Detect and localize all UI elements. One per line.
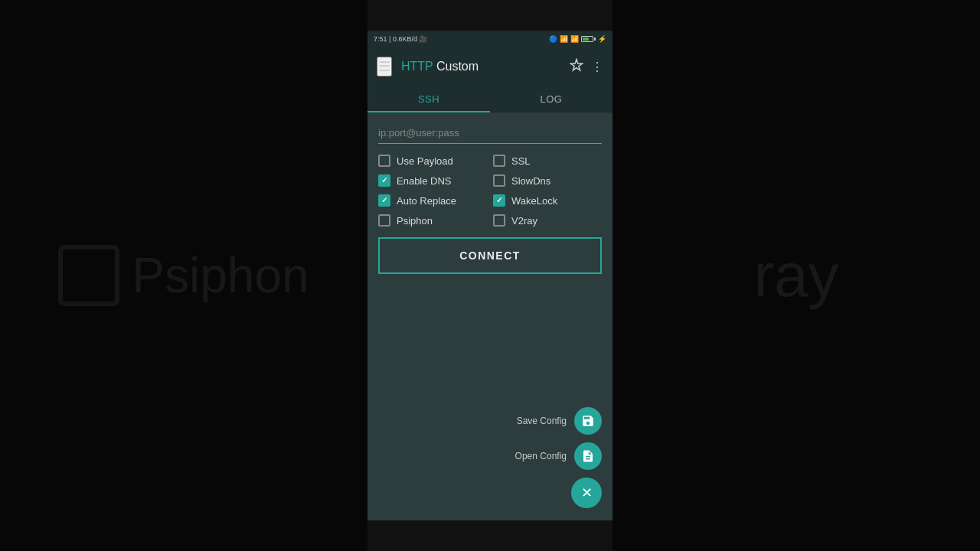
star-icon[interactable] (570, 58, 583, 75)
save-config-button[interactable] (574, 407, 602, 435)
checkbox-auto-replace-label: Auto Replace (397, 195, 456, 207)
status-speed: 0.6KB/d (393, 35, 417, 43)
phone-frame: 7:51 | 0.6KB/d 🎥 🔵 📶 📶 ⚡ ☰ HTTP Custom (368, 31, 612, 520)
checkbox-wakelock[interactable]: ✓ WakeLock (493, 194, 602, 207)
checkbox-enable-dns-label: Enable DNS (397, 175, 452, 187)
status-time: 7:51 (374, 35, 387, 43)
checkbox-v2ray[interactable]: V2ray (493, 214, 602, 227)
checkbox-wakelock-label: WakeLock (511, 195, 557, 207)
left-overlay (0, 0, 368, 551)
checkbox-ssl-box (493, 155, 505, 167)
checkbox-enable-dns[interactable]: ✓ Enable DNS (378, 174, 487, 187)
app-title-custom: Custom (433, 60, 479, 73)
checkbox-wakelock-box: ✓ (493, 194, 505, 207)
checkbox-use-payload-box (378, 155, 390, 167)
fab-close-button[interactable]: ✕ (571, 478, 602, 508)
checkbox-ssl[interactable]: SSL (493, 155, 602, 167)
save-config-label: Save Config (517, 416, 567, 426)
checkbox-slow-dns-box (493, 174, 505, 187)
checkbox-v2ray-label: V2ray (511, 215, 537, 227)
menu-icon[interactable]: ☰ (377, 57, 392, 77)
bluetooth-icon: 🔵 (549, 35, 557, 43)
checkmark-icon: ✓ (381, 197, 387, 204)
checkbox-auto-replace[interactable]: ✓ Auto Replace (378, 194, 487, 207)
tab-bar: SSH LOG (368, 86, 612, 113)
battery-indicator (581, 36, 596, 42)
main-content: Use Payload SSL ✓ Enable DNS SlowDns (368, 113, 612, 520)
connect-button[interactable]: CONNECT (378, 237, 602, 274)
open-config-button[interactable] (574, 442, 602, 470)
wifi-icon: 📶 (560, 35, 568, 43)
checkbox-ssl-label: SSL (511, 155, 531, 167)
checkbox-auto-replace-box: ✓ (378, 194, 390, 207)
checkbox-use-payload-label: Use Payload (397, 155, 453, 167)
status-icons: 🔵 📶 📶 ⚡ (549, 35, 606, 43)
checkmark-icon: ✓ (496, 197, 502, 204)
signal-icon: 📶 (570, 35, 579, 43)
fab-area: Save Config Open Config ✕ (515, 407, 602, 508)
charging-icon: ⚡ (598, 35, 606, 43)
tab-log[interactable]: LOG (490, 86, 612, 112)
tab-ssh[interactable]: SSH (368, 86, 490, 112)
ssh-input-container (378, 126, 602, 144)
close-icon: ✕ (581, 484, 593, 501)
checkmark-icon: ✓ (381, 177, 387, 184)
right-overlay (612, 0, 980, 551)
checkbox-psiphon-label: Psiphon (397, 215, 433, 227)
status-time-speed: 7:51 | 0.6KB/d 🎥 (374, 35, 427, 43)
more-options-icon[interactable]: ⋮ (591, 60, 603, 74)
status-video-icon: 🎥 (419, 35, 427, 43)
checkbox-psiphon-box (378, 214, 390, 227)
status-bar: 7:51 | 0.6KB/d 🎥 🔵 📶 📶 ⚡ (368, 31, 612, 47)
checkbox-v2ray-box (493, 214, 505, 227)
open-config-label: Open Config (515, 451, 567, 461)
open-config-row: Open Config (515, 442, 602, 470)
checkboxes-grid: Use Payload SSL ✓ Enable DNS SlowDns (378, 155, 602, 227)
header-action-icons: ⋮ (570, 58, 603, 75)
checkbox-enable-dns-box: ✓ (378, 174, 390, 187)
checkbox-slow-dns[interactable]: SlowDns (493, 174, 602, 187)
save-config-row: Save Config (517, 407, 602, 435)
ssh-input[interactable] (378, 126, 602, 140)
checkbox-use-payload[interactable]: Use Payload (378, 155, 487, 167)
checkbox-slow-dns-label: SlowDns (511, 175, 550, 187)
app-title-http: HTTP (401, 60, 433, 73)
app-header: ☰ HTTP Custom ⋮ (368, 47, 612, 86)
app-title: HTTP Custom (401, 60, 560, 73)
checkbox-psiphon[interactable]: Psiphon (378, 214, 487, 227)
